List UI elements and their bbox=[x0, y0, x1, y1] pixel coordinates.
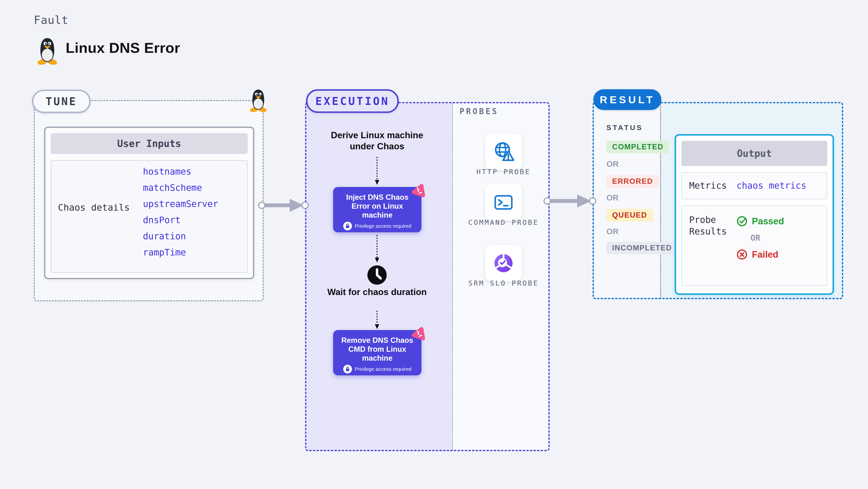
http-probe-card[interactable] bbox=[485, 133, 522, 170]
wait-step-label: Wait for chaos duration bbox=[327, 287, 428, 298]
probe-results-row: Probe Results Passed OR Failed bbox=[681, 205, 827, 286]
param-ramptime: rampTime bbox=[143, 247, 244, 263]
metrics-label: Metrics bbox=[689, 181, 727, 191]
wait-clock-icon bbox=[366, 264, 388, 286]
output-card-header: Output bbox=[681, 141, 827, 166]
result-section-badge: RESULT bbox=[593, 89, 661, 110]
metrics-row: Metrics chaos metrics bbox=[681, 172, 827, 199]
probe-or-label: OR bbox=[750, 233, 784, 243]
x-circle-icon bbox=[737, 249, 748, 260]
status-badge-queued: QUEUED bbox=[606, 209, 653, 222]
status-or-label: OR bbox=[606, 227, 619, 236]
tune-section-badge: TUNE bbox=[32, 90, 91, 113]
check-circle-icon bbox=[737, 216, 748, 227]
privilege-lock-icon bbox=[343, 222, 352, 230]
page-title: Linux DNS Error bbox=[66, 39, 180, 56]
chaos-fault-badge-icon bbox=[409, 183, 425, 199]
globe-alert-icon bbox=[491, 140, 516, 164]
command-probe-card[interactable] bbox=[485, 184, 522, 221]
fault-kind-label: Fault bbox=[34, 13, 68, 27]
remove-dns-chaos-node[interactable]: Remove DNS Chaos CMD from Linux machine … bbox=[333, 330, 422, 376]
status-badge-incompleted: INCOMPLETED bbox=[606, 242, 678, 254]
passed-label: Passed bbox=[752, 216, 784, 227]
param-matchscheme: matchScheme bbox=[143, 183, 244, 199]
chaos-details-panel: Chaos details hostnames matchScheme upst… bbox=[51, 160, 248, 272]
status-badge-errored: ERRORED bbox=[606, 175, 659, 188]
execution-badge-label: EXECUTION bbox=[315, 95, 390, 107]
tune-badge-label: TUNE bbox=[45, 95, 77, 107]
linux-tux-icon-small bbox=[248, 88, 269, 112]
failed-label: Failed bbox=[752, 250, 778, 260]
probes-section-label: PROBES bbox=[460, 107, 498, 116]
execution-section-badge: EXECUTION bbox=[306, 89, 399, 113]
execution-probes-divider bbox=[452, 103, 453, 450]
chaos-details-label: Chaos details bbox=[58, 202, 130, 213]
inject-dns-chaos-node[interactable]: Inject DNS Chaos Error on Linux machine … bbox=[333, 187, 422, 232]
wait-to-remove-connector bbox=[374, 310, 380, 330]
probe-passed-row: Passed bbox=[737, 216, 784, 227]
http-probe-label: HTTP PROBE bbox=[463, 166, 545, 177]
derive-step-label: Derive Linux machine under Chaos bbox=[327, 130, 428, 152]
output-card: Output Metrics chaos metrics Probe Resul… bbox=[675, 134, 834, 295]
diagram-canvas: Fault Linux DNS Error TUNE User Inputs C… bbox=[0, 0, 868, 489]
inject-step-label: Inject DNS Chaos Error on Linux machine bbox=[339, 193, 416, 220]
result-status-divider bbox=[660, 103, 661, 298]
param-upstreamserver: upstreamServer bbox=[143, 199, 244, 215]
inject-privilege-note: Privilege access required bbox=[355, 223, 411, 229]
remove-privilege-note: Privilege access required bbox=[355, 366, 411, 372]
status-or-label: OR bbox=[606, 193, 619, 202]
derive-to-inject-connector bbox=[374, 156, 380, 185]
result-badge-label: RESULT bbox=[600, 94, 655, 106]
slo-donut-check-icon bbox=[491, 251, 516, 275]
inject-to-wait-connector bbox=[374, 234, 380, 263]
tune-to-execution-arrow bbox=[255, 194, 311, 216]
status-column-label: STATUS bbox=[606, 124, 643, 132]
linux-tux-icon bbox=[35, 37, 59, 65]
terminal-icon bbox=[491, 190, 516, 215]
metrics-value-link[interactable]: chaos metrics bbox=[737, 181, 806, 191]
status-badge-completed: COMPLETED bbox=[606, 141, 669, 153]
command-probe-label: COMMAND PROBE bbox=[463, 217, 545, 228]
execution-to-result-arrow bbox=[541, 190, 599, 212]
param-duration: duration bbox=[143, 231, 244, 247]
chaos-fault-badge-icon bbox=[409, 326, 425, 341]
param-dnsport: dnsPort bbox=[143, 215, 244, 231]
remove-step-label: Remove DNS Chaos CMD from Linux machine bbox=[339, 336, 416, 363]
srm-slo-probe-label: SRM SLO PROBE bbox=[463, 278, 545, 289]
param-hostnames: hostnames bbox=[143, 166, 244, 183]
srm-slo-probe-card[interactable] bbox=[485, 245, 522, 282]
status-or-label: OR bbox=[606, 159, 619, 169]
user-inputs-header: User Inputs bbox=[51, 133, 248, 154]
privilege-lock-icon bbox=[343, 365, 352, 373]
probe-failed-row: Failed bbox=[737, 249, 784, 260]
user-inputs-card: User Inputs Chaos details hostnames matc… bbox=[44, 127, 254, 279]
